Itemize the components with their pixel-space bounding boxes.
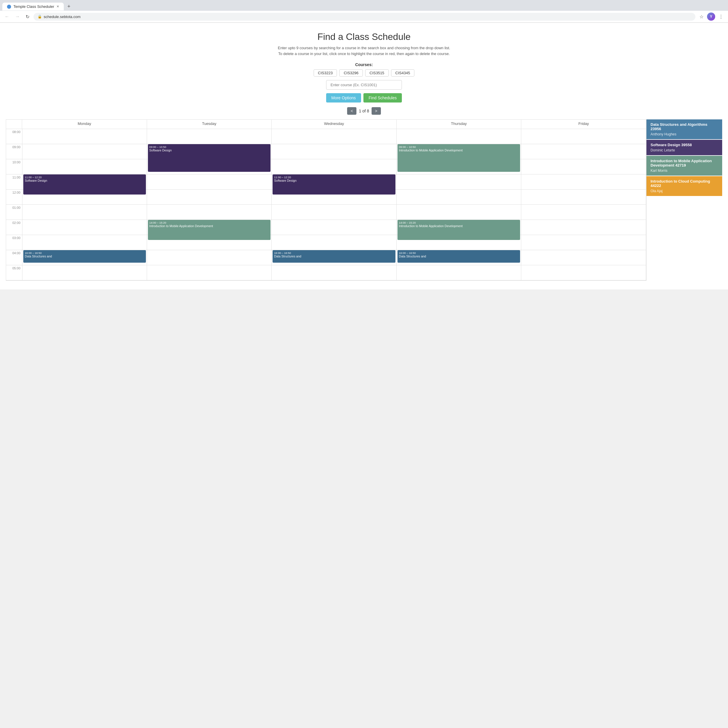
time-slot-13: 01:00 <box>6 205 22 220</box>
event-sw-wed[interactable]: 11:00 – 12:20 Software Design <box>272 174 395 194</box>
time-slot-17: 05:00 <box>6 265 22 280</box>
day-header-friday: Friday <box>521 120 646 129</box>
star-button[interactable]: ☆ <box>698 13 705 21</box>
calendar-header-row: Monday Tuesday Wednesday Thursday Friday <box>6 120 646 129</box>
calendar-and-sidebar: Monday Tuesday Wednesday Thursday Friday… <box>6 119 722 281</box>
sidebar-card-1[interactable]: Software Design 39558 Dominic Letarte <box>647 140 722 155</box>
event-ds-mon[interactable]: 16:00 – 16:50 Data Structures and <box>23 250 146 263</box>
page-content: Find a Class Schedule Enter upto 9 cours… <box>0 23 728 289</box>
time-column: 08:00 09:00 10:00 11:00 12:00 01:00 02:0… <box>6 129 22 280</box>
sidebar-card-0-title: Data Structures and Algorithms 23956 <box>650 122 718 131</box>
pagination: < 1 of 8 > <box>6 107 722 115</box>
page-subtitle-line1: Enter upto 9 courses by searching for a … <box>6 45 722 51</box>
calendar-sidebar: Data Structures and Algorithms 23956 Ant… <box>647 119 722 197</box>
tab-bar: Temple Class Scheduler ✕ + <box>0 0 728 11</box>
calendar-main: Monday Tuesday Wednesday Thursday Friday… <box>6 119 647 281</box>
courses-section: Courses: CIS3223 CIS3296 CIS3515 CIS4345… <box>6 62 722 102</box>
sidebar-card-0[interactable]: Data Structures and Algorithms 23956 Ant… <box>647 119 722 139</box>
event-mob-thu-pm[interactable]: 14:00 – 15:20 Introduction to Mobile App… <box>398 220 520 240</box>
sidebar-card-3-instructor: Ola Ajaj <box>650 189 718 193</box>
next-page-button[interactable]: > <box>372 107 381 115</box>
menu-button[interactable]: ⋮ <box>717 13 725 21</box>
sidebar-card-0-instructor: Anthony Hughes <box>650 132 718 136</box>
day-col-monday: 11:00 – 12:20 Software Design 16:00 – 16… <box>22 129 147 280</box>
address-bar[interactable]: 🔒 schedule.sebtota.com <box>34 13 695 21</box>
time-slot-11: 11:00 <box>6 174 22 190</box>
reload-button[interactable]: ↻ <box>24 13 31 21</box>
day-header-wednesday: Wednesday <box>272 120 397 129</box>
browser-chrome: Temple Class Scheduler ✕ + ← → ↻ 🔒 sched… <box>0 0 728 23</box>
tab-close-btn[interactable]: ✕ <box>57 5 59 8</box>
sidebar-card-1-title: Software Design 39558 <box>650 143 718 147</box>
page-title: Find a Class Schedule <box>6 31 722 42</box>
page-total: 8 <box>367 109 369 113</box>
sidebar-card-3[interactable]: Introduction to Cloud Computing 44222 Ol… <box>647 176 722 196</box>
event-mob-thu-am[interactable]: 09:00 – 10:50 Introduction to Mobile App… <box>398 144 520 172</box>
prev-page-button[interactable]: < <box>347 107 356 115</box>
days-grid: 11:00 – 12:20 Software Design 16:00 – 16… <box>22 129 646 280</box>
event-ds-thu[interactable]: 16:00 – 16:50 Data Structures and <box>398 250 520 263</box>
time-slot-16: 04:00 <box>6 250 22 265</box>
sidebar-card-2-title: Introduction to Mobile Application Devel… <box>650 159 718 167</box>
active-tab[interactable]: Temple Class Scheduler ✕ <box>2 3 64 11</box>
forward-button[interactable]: → <box>14 13 21 20</box>
find-schedules-button[interactable]: Find Schedules <box>363 93 402 102</box>
tab-favicon <box>7 5 11 9</box>
back-button[interactable]: ← <box>3 13 11 20</box>
user-avatar[interactable]: Y <box>707 12 715 21</box>
event-ds-wed[interactable]: 16:00 – 16:50 Data Structures and <box>272 250 395 263</box>
course-tag-0[interactable]: CIS3223 <box>314 69 337 76</box>
browser-toolbar: ← → ↻ 🔒 schedule.sebtota.com ☆ Y ⋮ <box>0 11 728 23</box>
more-options-button[interactable]: More Options <box>326 93 361 102</box>
day-header-monday: Monday <box>22 120 147 129</box>
day-col-wednesday: 11:00 – 12:20 Software Design 16:00 – 16… <box>272 129 397 280</box>
day-headers: Monday Tuesday Wednesday Thursday Friday <box>22 120 646 129</box>
time-header-cell <box>6 120 22 129</box>
new-tab-button[interactable]: + <box>65 2 73 11</box>
calendar-body: 08:00 09:00 10:00 11:00 12:00 01:00 02:0… <box>6 129 646 280</box>
time-slot-9: 09:00 <box>6 144 22 159</box>
sidebar-card-2-instructor: Karl Morris <box>650 168 718 173</box>
tab-title: Temple Class Scheduler <box>14 5 54 9</box>
page-of-label: of <box>362 109 366 113</box>
event-sw-mon[interactable]: 11:00 – 12:20 Software Design <box>23 174 146 194</box>
course-tag-1[interactable]: CIS3296 <box>339 69 363 76</box>
day-header-thursday: Thursday <box>397 120 522 129</box>
sidebar-card-1-instructor: Dominic Letarte <box>650 148 718 152</box>
page-current: 1 <box>359 109 361 113</box>
page-info: 1 of 8 <box>359 109 369 113</box>
courses-tags: CIS3223 CIS3296 CIS3515 CIS4345 <box>6 69 722 76</box>
sidebar-card-3-title: Introduction to Cloud Computing 44222 <box>650 179 718 188</box>
page-subtitle-line2: To delete a course in your list, click o… <box>6 51 722 57</box>
time-slot-14: 02:00 <box>6 220 22 235</box>
time-slot-15: 03:00 <box>6 235 22 250</box>
day-col-friday <box>521 129 646 280</box>
event-sw-tue[interactable]: 09:00 – 10:50 Software Design <box>148 144 271 172</box>
time-slot-10: 10:00 <box>6 159 22 174</box>
address-text: schedule.sebtota.com <box>44 15 80 19</box>
course-tag-3[interactable]: CIS4345 <box>391 69 414 76</box>
action-buttons: More Options Find Schedules <box>6 93 722 102</box>
toolbar-actions: ☆ Y ⋮ <box>698 12 725 21</box>
sidebar-card-2[interactable]: Introduction to Mobile Application Devel… <box>647 156 722 176</box>
course-tag-2[interactable]: CIS3515 <box>365 69 389 76</box>
search-input[interactable] <box>326 80 402 90</box>
time-slot-8: 08:00 <box>6 129 22 144</box>
day-header-tuesday: Tuesday <box>147 120 272 129</box>
lock-icon: 🔒 <box>38 15 42 18</box>
event-mob-tue-pm[interactable]: 14:00 – 15:20 Introduction to Mobile App… <box>148 220 271 240</box>
time-slot-12: 12:00 <box>6 190 22 205</box>
courses-label: Courses: <box>6 62 722 67</box>
page-header: Find a Class Schedule Enter upto 9 cours… <box>6 31 722 57</box>
day-col-thursday: 09:00 – 10:50 Introduction to Mobile App… <box>397 129 522 280</box>
day-col-tuesday: 09:00 – 10:50 Software Design 14:00 – 15… <box>147 129 272 280</box>
